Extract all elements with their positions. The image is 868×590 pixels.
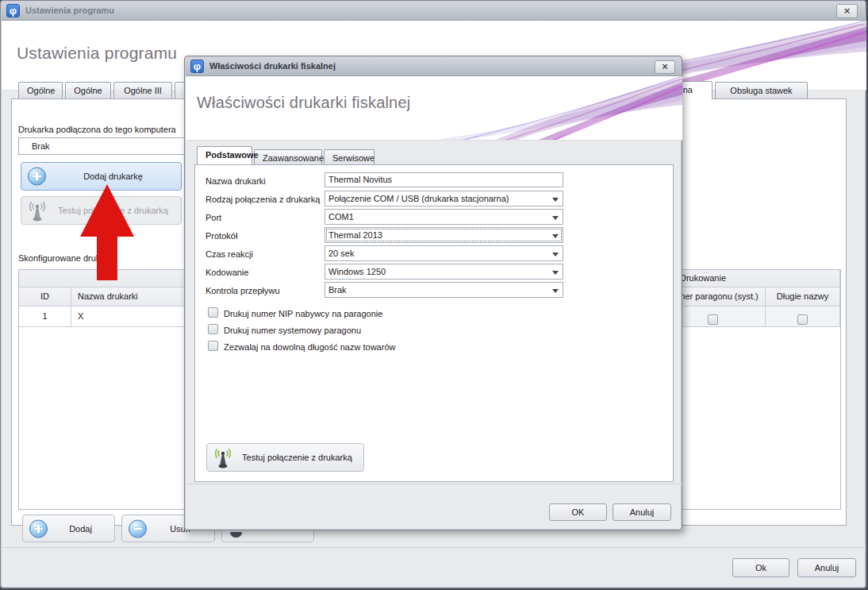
main-window-title: Ustawienia programu [25, 6, 114, 15]
purple-waves-decoration [428, 76, 682, 141]
add-button[interactable]: Dodaj [22, 515, 115, 542]
field-label-nazwa-drukarki: Nazwa drukarki [205, 174, 266, 189]
dialog-header: Właściwości drukarki fiskalnej [186, 76, 682, 141]
row-id-cell: 1 [19, 307, 71, 327]
tab-ogolne-3[interactable]: Ogólne III [113, 82, 172, 98]
test-connection-button-dialog[interactable]: Testuj połączenie z drukarką [206, 443, 364, 472]
field-label-czas-reakcji: Czas reakcji [205, 247, 253, 262]
tab-ogolne-1[interactable]: Ogólne I [18, 82, 63, 98]
antenna-icon [212, 447, 234, 469]
main-page-title: Ustawienia programu [17, 44, 177, 63]
printer-name-input[interactable]: Thermal Novitus [325, 172, 563, 187]
any-name-length-checkbox-label: Zezwalaj na dowolną długość nazw towarów [224, 341, 395, 353]
app-phi-icon: φ [6, 4, 20, 17]
dialog-close-button[interactable]: × [655, 60, 675, 74]
field-label-rodzaj-polaczenia: Rodzaj połączenia z drukarką [205, 192, 320, 207]
app-phi-icon: φ [190, 60, 204, 73]
tab-ogolne-2[interactable]: Ogólne II [65, 82, 111, 98]
screen: φ Ustawienia programu × Ustawienia progr… [0, 0, 868, 590]
main-titlebar[interactable]: φ Ustawienia programu × [2, 2, 865, 21]
any-name-length-checkbox[interactable] [208, 341, 218, 351]
nip-checkbox[interactable] [208, 307, 218, 318]
connection-type-select[interactable]: Połączenie COM / USB (drukarka stacjonar… [325, 191, 563, 206]
field-label-kodowanie: Kodowanie [205, 265, 248, 280]
field-label-kontrola-przeplywu: Kontrola przepływu [205, 283, 280, 299]
minus-icon [129, 519, 147, 538]
tab-zaawansowane[interactable]: Zaawansowane [254, 149, 322, 166]
chevron-down-icon [552, 271, 559, 275]
port-select[interactable]: COM1 [325, 209, 563, 225]
system-number-checkbox[interactable] [208, 324, 218, 334]
main-close-button[interactable]: × [836, 4, 858, 18]
connected-printer-label: Drukarka podłączona do tego komputera [18, 122, 176, 137]
receipt-number-checkbox[interactable] [708, 314, 718, 325]
encoding-select[interactable]: Windows 1250 [325, 264, 563, 280]
chevron-down-icon [552, 216, 559, 220]
flow-control-select[interactable]: Brak [325, 282, 563, 298]
dialog-title: Właściwości drukarki fiskalnej [209, 61, 336, 71]
plus-icon [29, 519, 48, 538]
dialog-cancel-button[interactable]: Anuluj [613, 503, 671, 521]
field-label-protokol: Protokół [205, 229, 237, 244]
chevron-down-icon [552, 253, 559, 256]
tab-podstawowe[interactable]: Podstawowe [197, 146, 252, 164]
long-names-checkbox[interactable] [797, 314, 808, 325]
antenna-icon [26, 200, 48, 222]
printer-properties-dialog: φ Właściwości drukarki fiskalnej × Właśc… [184, 56, 682, 530]
chevron-down-icon [552, 289, 559, 293]
chevron-down-icon [552, 234, 559, 238]
gear-icon [230, 532, 242, 538]
main-ok-button[interactable]: Ok [732, 558, 789, 577]
field-label-port: Port [205, 210, 221, 226]
row-long-names-cell [766, 307, 840, 327]
column-header-id: ID [19, 287, 71, 307]
column-header-long-names: Długie nazwy [766, 287, 840, 307]
dialog-ok-button[interactable]: OK [549, 503, 607, 521]
chevron-down-icon [552, 198, 559, 202]
tab-obsluga-stawek-vat[interactable]: Obsługa stawek VAT [715, 82, 808, 98]
dialog-page-title: Właściwości drukarki fiskalnej [197, 94, 410, 112]
main-cancel-button[interactable]: Anuluj [797, 558, 856, 577]
tab-serwisowe[interactable]: Serwisowe [324, 149, 374, 166]
system-number-checkbox-label: Drukuj numer systemowy paragonu [224, 325, 361, 336]
dialog-titlebar[interactable]: φ Właściwości drukarki fiskalnej × [186, 57, 681, 76]
plus-icon [28, 168, 46, 186]
reaction-time-select[interactable]: 20 sek [325, 245, 563, 261]
nip-checkbox-label: Drukuj numer NIP nabywcy na paragonie [224, 308, 382, 319]
protocol-select[interactable]: Thermal 2013 [325, 227, 563, 243]
